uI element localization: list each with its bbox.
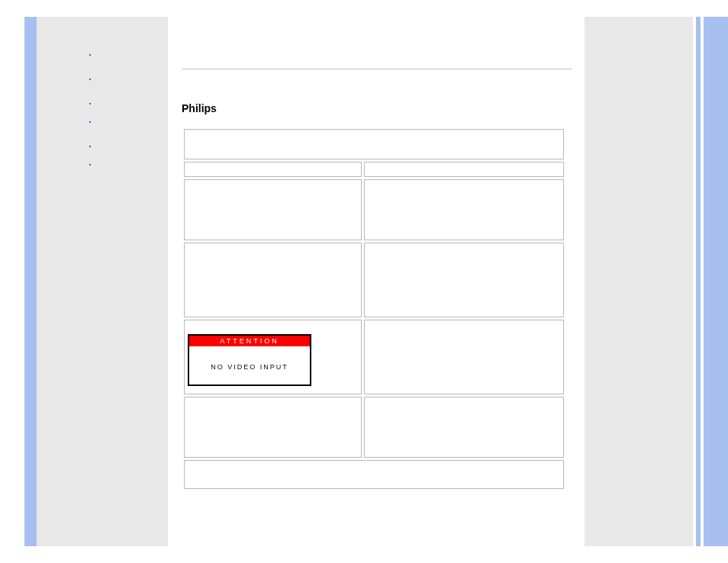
table-cell — [184, 460, 564, 489]
table-row — [184, 243, 564, 317]
table-row — [184, 460, 564, 489]
right-gutter — [585, 17, 688, 546]
sidebar-item-2[interactable] — [98, 101, 168, 107]
attention-box: ATTENTION NO VIDEO INPUT — [188, 334, 311, 386]
table-cell — [184, 129, 564, 159]
table-cell-attention: ATTENTION NO VIDEO INPUT — [184, 320, 362, 394]
table-row — [184, 397, 564, 458]
table-row — [184, 179, 564, 240]
section-heading: Philips — [182, 102, 217, 114]
page-border-right-shadow — [688, 17, 693, 546]
attention-title: ATTENTION — [189, 336, 310, 346]
info-table: ATTENTION NO VIDEO INPUT — [182, 127, 566, 491]
table-cell — [364, 397, 564, 458]
sidebar-item-5[interactable] — [98, 162, 168, 168]
table-cell — [364, 162, 564, 177]
table-cell — [184, 397, 362, 458]
attention-message: NO VIDEO INPUT — [189, 346, 310, 388]
info-table-wrap: ATTENTION NO VIDEO INPUT — [182, 127, 566, 491]
table-cell — [184, 162, 362, 177]
sidebar-item-1[interactable] — [98, 76, 168, 82]
sidebar-item-4[interactable] — [98, 143, 168, 150]
sidebar-item-0[interactable] — [98, 52, 168, 58]
table-cell — [364, 243, 564, 317]
divider — [182, 69, 572, 69]
table-row — [184, 162, 564, 177]
sidebar-item-3[interactable] — [98, 119, 168, 125]
table-cell — [184, 243, 362, 317]
table-cell — [364, 320, 564, 394]
page-border-left — [24, 17, 37, 546]
page-border-right-inner — [696, 17, 701, 546]
sidebar-nav — [37, 17, 168, 168]
table-cell — [364, 179, 564, 240]
table-cell — [184, 179, 362, 240]
page-border-right — [704, 17, 728, 546]
table-row — [184, 129, 564, 159]
sidebar — [37, 17, 168, 546]
table-row: ATTENTION NO VIDEO INPUT — [184, 320, 564, 394]
